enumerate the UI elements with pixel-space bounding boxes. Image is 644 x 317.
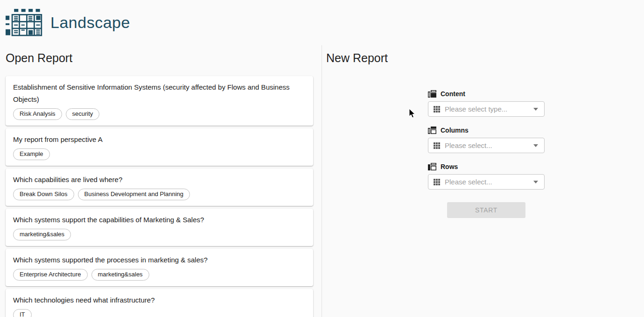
report-card-title: Which systems support the capabilities o…: [13, 214, 306, 226]
report-card-title: Which systems supported the processes in…: [13, 254, 306, 266]
new-report-form: Content Please select type...: [428, 90, 545, 218]
rows-select[interactable]: Please select...: [428, 174, 545, 190]
report-tag: Break Down Silos: [13, 189, 74, 200]
content-select[interactable]: Please select type...: [428, 101, 545, 117]
report-tag-row: Risk Analysis security: [13, 108, 306, 120]
report-card[interactable]: Which technologies need what infrastruct…: [6, 289, 313, 317]
report-tag-row: marketing&sales: [13, 229, 306, 240]
report-card-title: My report from perspective A: [13, 134, 306, 146]
report-tag: Business Development and Planning: [78, 189, 190, 200]
content-layout-icon: [428, 90, 436, 98]
app-title: Landscape: [50, 14, 130, 32]
chevron-down-icon: [533, 181, 538, 183]
report-tag: Risk Analysis: [13, 108, 62, 120]
columns-layout-icon: [428, 127, 436, 134]
report-card[interactable]: My report from perspective A Example: [6, 128, 313, 166]
report-card[interactable]: Which capabilities are lived where? Brea…: [6, 169, 313, 206]
report-tag: Enterprise Architecture: [13, 269, 88, 281]
chevron-down-icon: [533, 108, 538, 111]
rows-select-placeholder: Please select...: [445, 178, 533, 186]
report-tag-row: Example: [13, 148, 306, 160]
columns-field: Columns Please select...: [428, 127, 545, 153]
rows-label-row: Rows: [428, 163, 545, 170]
grid-icon: [434, 142, 440, 149]
columns-select-placeholder: Please select...: [445, 141, 533, 149]
report-card[interactable]: Which systems support the capabilities o…: [6, 209, 313, 246]
report-tag-row: IT: [13, 309, 306, 317]
content-label: Content: [441, 90, 465, 98]
chevron-down-icon: [533, 144, 538, 147]
report-tag-row: Break Down Silos Business Development an…: [13, 189, 306, 200]
open-report-title: Open Report: [6, 50, 313, 66]
rows-field: Rows Please select...: [428, 163, 545, 190]
content-field: Content Please select type...: [428, 90, 545, 117]
content-label-row: Content: [428, 90, 545, 98]
content-select-placeholder: Please select type...: [445, 105, 533, 113]
columns-label: Columns: [441, 127, 469, 134]
report-card-title: Which technologies need what infrastruct…: [13, 294, 306, 306]
report-tag: marketing&sales: [13, 229, 71, 240]
open-report-panel: Open Report Establishment of Sensitive I…: [0, 45, 322, 317]
main-content: Open Report Establishment of Sensitive I…: [0, 45, 644, 317]
start-button[interactable]: START: [447, 202, 525, 218]
report-tag: IT: [13, 309, 32, 317]
app-header: Landscape: [0, 0, 644, 45]
columns-label-row: Columns: [428, 127, 545, 134]
report-tag: marketing&sales: [91, 269, 149, 281]
report-tag-row: Enterprise Architecture marketing&sales: [13, 269, 306, 281]
grid-icon: [434, 106, 440, 113]
report-tag: security: [66, 108, 100, 120]
report-card-title: Which capabilities are lived where?: [13, 174, 306, 186]
report-card-title: Establishment of Sensitive Information S…: [13, 81, 306, 106]
rows-layout-icon: [428, 163, 436, 170]
report-card[interactable]: Which systems supported the processes in…: [6, 249, 313, 286]
report-card[interactable]: Establishment of Sensitive Information S…: [6, 76, 313, 126]
grid-icon: [434, 179, 440, 185]
report-card-list: Establishment of Sensitive Information S…: [6, 76, 313, 317]
report-tag: Example: [13, 148, 50, 160]
rows-label: Rows: [441, 163, 458, 170]
landscape-logo-icon: [6, 8, 43, 38]
new-report-title: New Report: [326, 50, 644, 66]
new-report-panel: New Report Content Please select typ: [322, 45, 644, 317]
columns-select[interactable]: Please select...: [428, 138, 545, 153]
